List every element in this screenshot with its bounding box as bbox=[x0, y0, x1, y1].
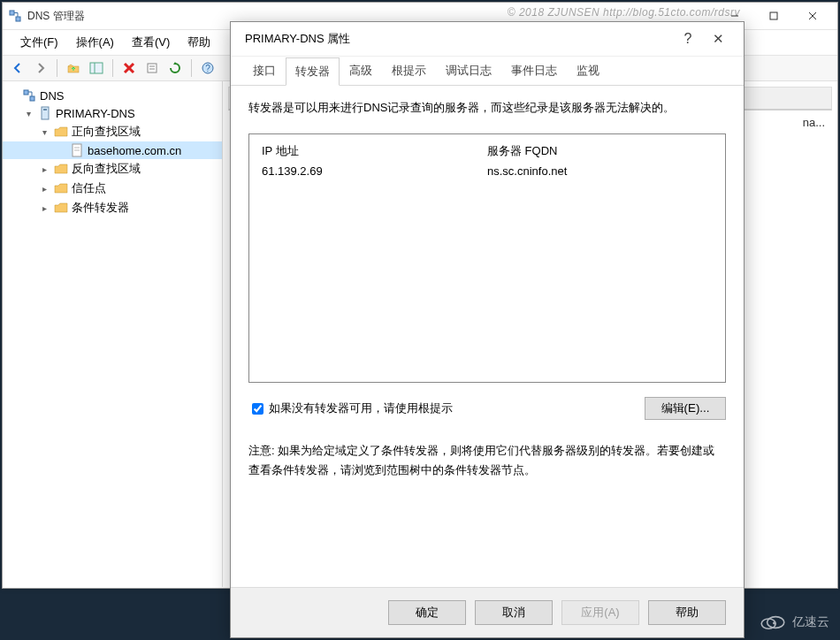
properties-button[interactable] bbox=[142, 58, 162, 78]
up-button[interactable] bbox=[64, 58, 83, 78]
svg-rect-18 bbox=[24, 90, 28, 95]
tree-label: basehome.com.cn bbox=[88, 144, 181, 157]
tab-debug-log[interactable]: 调试日志 bbox=[436, 57, 501, 85]
svg-rect-0 bbox=[10, 11, 14, 15]
tree-root-dns[interactable]: DNS bbox=[3, 87, 222, 104]
tab-advanced[interactable]: 高级 bbox=[340, 57, 382, 85]
refresh-button[interactable] bbox=[165, 58, 185, 78]
forwarders-description: 转发器是可以用来进行DNS记录查询的服务器，而这些纪录是该服务器无法解决的。 bbox=[248, 98, 726, 118]
tree-label: 正向查找区域 bbox=[72, 124, 141, 140]
svg-rect-5 bbox=[770, 12, 777, 19]
show-hide-tree-button[interactable] bbox=[87, 58, 106, 78]
svg-text:?: ? bbox=[205, 64, 210, 73]
dialog-help-cmd-button[interactable]: 帮助 bbox=[648, 600, 726, 625]
dialog-close-button[interactable]: ✕ bbox=[703, 31, 733, 47]
tab-interface[interactable]: 接口 bbox=[243, 57, 286, 85]
forwarder-ip: 61.139.2.69 bbox=[262, 164, 487, 178]
tree-zone-basehome[interactable]: basehome.com.cn bbox=[3, 141, 222, 159]
server-icon bbox=[38, 106, 52, 120]
forwarders-listbox[interactable]: IP 地址 服务器 FQDN 61.139.2.69 ns.sc.cninfo.… bbox=[248, 133, 726, 383]
back-button[interactable] bbox=[8, 58, 27, 78]
list-header: IP 地址 服务器 FQDN bbox=[262, 143, 713, 159]
svg-rect-23 bbox=[43, 109, 47, 110]
maximize-button[interactable] bbox=[754, 4, 793, 27]
toolbar-separator bbox=[191, 59, 192, 77]
properties-dialog: PRIMARY-DNS 属性 ? ✕ 接口 转发器 高级 根提示 调试日志 事件… bbox=[230, 21, 745, 638]
tree-label: 反向查找区域 bbox=[72, 161, 141, 177]
forwarder-fqdn: ns.sc.cninfo.net bbox=[487, 164, 713, 178]
folder-icon bbox=[54, 125, 68, 139]
brand-text: 亿速云 bbox=[792, 614, 829, 630]
tree-forward-zone[interactable]: ▾ 正向查找区域 bbox=[3, 122, 222, 141]
tree-server[interactable]: ▾ PRIMARY-DNS bbox=[3, 104, 222, 122]
toolbar-separator bbox=[57, 59, 57, 77]
tab-root-hints[interactable]: 根提示 bbox=[382, 57, 436, 85]
tree-pane[interactable]: DNS ▾ PRIMARY-DNS ▾ 正向查找区域 basehome.com.… bbox=[3, 81, 223, 587]
folder-icon bbox=[54, 201, 68, 215]
cancel-button[interactable]: 取消 bbox=[475, 600, 553, 625]
expander-icon[interactable]: ▸ bbox=[38, 184, 50, 194]
tree-label: PRIMARY-DNS bbox=[56, 107, 135, 120]
dialog-help-button[interactable]: ? bbox=[673, 31, 703, 47]
zone-file-icon bbox=[70, 143, 84, 157]
app-icon bbox=[8, 9, 22, 23]
expander-icon[interactable]: ▾ bbox=[22, 109, 34, 118]
expander-icon[interactable]: ▸ bbox=[38, 164, 50, 174]
toolbar-separator bbox=[112, 59, 113, 77]
svg-rect-19 bbox=[30, 96, 34, 101]
forwarder-row[interactable]: 61.139.2.69 ns.sc.cninfo.net bbox=[262, 164, 713, 178]
edit-button[interactable]: 编辑(E)... bbox=[645, 397, 726, 420]
tree-label: DNS bbox=[40, 89, 64, 103]
dialog-body: 转发器是可以用来进行DNS记录查询的服务器，而这些纪录是该服务器无法解决的。 I… bbox=[231, 86, 744, 587]
dialog-title: PRIMARY-DNS 属性 bbox=[245, 31, 350, 47]
tree-label: 条件转发器 bbox=[72, 200, 129, 216]
window-title: DNS 管理器 bbox=[27, 9, 85, 24]
watermark-text: © 2018 ZJUNSEN http://blog.51cto.com/rds… bbox=[508, 6, 740, 19]
tree-trust-points[interactable]: ▸ 信任点 bbox=[3, 179, 222, 198]
use-root-hints-row: 如果没有转发器可用，请使用根提示 编辑(E)... bbox=[248, 397, 726, 420]
ok-button[interactable]: 确定 bbox=[388, 600, 466, 625]
brand-watermark: 亿速云 bbox=[759, 613, 829, 631]
tab-forwarders[interactable]: 转发器 bbox=[286, 57, 340, 86]
folder-icon bbox=[54, 162, 68, 176]
tree-label: 信任点 bbox=[72, 180, 106, 196]
tab-monitor[interactable]: 监视 bbox=[567, 57, 609, 85]
close-button[interactable] bbox=[793, 4, 832, 27]
dialog-titlebar: PRIMARY-DNS 属性 ? ✕ bbox=[231, 22, 744, 57]
tree-conditional-forwarders[interactable]: ▸ 条件转发器 bbox=[3, 198, 222, 217]
delete-button[interactable] bbox=[119, 58, 139, 78]
svg-point-29 bbox=[773, 621, 775, 624]
menu-action[interactable]: 操作(A) bbox=[67, 32, 123, 53]
tree-reverse-zone[interactable]: ▸ 反向查找区域 bbox=[3, 159, 222, 179]
expander-icon[interactable]: ▾ bbox=[38, 127, 50, 137]
use-root-hints-checkbox[interactable] bbox=[252, 403, 263, 415]
svg-rect-1 bbox=[16, 17, 20, 21]
column-header-ip: IP 地址 bbox=[262, 143, 487, 159]
svg-rect-13 bbox=[148, 64, 157, 72]
apply-button: 应用(A) bbox=[561, 600, 639, 625]
forwarders-note: 注意: 如果为给定域定义了条件转发器，则将使用它们代替服务器级别的转发器。若要创… bbox=[248, 441, 726, 480]
expander-icon[interactable]: ▸ bbox=[38, 203, 50, 213]
tab-strip: 接口 转发器 高级 根提示 调试日志 事件日志 监视 bbox=[231, 57, 744, 86]
menu-file[interactable]: 文件(F) bbox=[11, 32, 67, 53]
dns-root-icon bbox=[22, 88, 36, 103]
dialog-button-row: 确定 取消 应用(A) 帮助 bbox=[231, 587, 744, 637]
tab-event-log[interactable]: 事件日志 bbox=[501, 57, 567, 85]
use-root-hints-label: 如果没有转发器可用，请使用根提示 bbox=[269, 400, 453, 416]
svg-rect-9 bbox=[90, 63, 103, 73]
forward-button[interactable] bbox=[31, 58, 50, 78]
help-button[interactable]: ? bbox=[198, 58, 218, 78]
menu-help[interactable]: 帮助 bbox=[179, 32, 219, 53]
column-header-fqdn: 服务器 FQDN bbox=[487, 143, 713, 159]
folder-icon bbox=[54, 181, 68, 195]
menu-view[interactable]: 查看(V) bbox=[123, 32, 179, 53]
